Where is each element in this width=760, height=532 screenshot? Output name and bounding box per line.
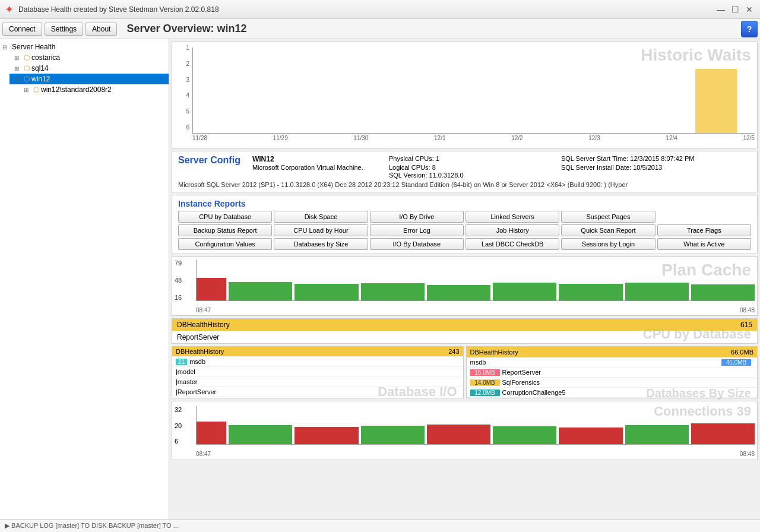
- report-btn-error-log[interactable]: Error Log: [370, 224, 464, 236]
- io-row-model: |model: [172, 367, 463, 377]
- dbsize-row-reportserver: 15.0MB ReportServer: [467, 368, 758, 378]
- status-bar: ▶ BACKUP LOG [master] TO DISK BACKUP [ma…: [0, 519, 760, 532]
- connections-section: Connections 39 6 20 32: [172, 401, 758, 460]
- historic-waits-section: Historic Waits 6 5 4 3 2 1: [172, 42, 758, 148]
- sidebar-label-win12: win12: [31, 75, 50, 83]
- report-btn-cpu-load-hour[interactable]: CPU Load by Hour: [274, 224, 368, 236]
- about-button[interactable]: About: [86, 23, 117, 36]
- sidebar-item-win12[interactable]: ⊟ ⬡ win12: [10, 74, 169, 84]
- sidebar-item-win12standard[interactable]: ⊞ ⬡ win12\standard2008r2: [10, 84, 169, 95]
- dbsize-row-msdb: msdb 45.0MB: [467, 357, 758, 368]
- report-btn-io-by-database[interactable]: I/O By Database: [370, 238, 464, 250]
- report-btn-job-history[interactable]: Job History: [466, 224, 559, 236]
- report-btn-trace-flags[interactable]: Trace Flags: [657, 224, 751, 236]
- sidebar-item-costarica[interactable]: ⊞ ⬡ costarica: [10, 52, 169, 63]
- conn-time-labels: 08:47 08:48: [196, 451, 755, 457]
- report-btn-what-is-active[interactable]: What is Active: [657, 238, 751, 250]
- x-label-1129: 11/29: [273, 135, 288, 141]
- db-health-history-value: 615: [740, 321, 752, 329]
- report-buttons-row1: CPU by Database Disk Space I/O By Drive …: [178, 211, 751, 223]
- chart-x-labels: 11/28 11/29 11/30 12/1 12/2 12/3 12/4 12…: [192, 135, 755, 141]
- server-icon-sql14: ⬡: [24, 64, 30, 72]
- conn-y-2: 20: [175, 422, 195, 429]
- io-master-label: |master: [176, 378, 197, 385]
- instance-reports-title: Instance Reports: [178, 199, 246, 208]
- server-icon-win12: ⬡: [24, 75, 30, 83]
- dbsize-sqlforensics-label: SqlForensics: [502, 379, 540, 386]
- dbsize-reportserver-label: ReportServer: [502, 369, 541, 376]
- physical-cpus: Physical CPUs: 1: [389, 155, 555, 163]
- plan-bar-green4: [427, 285, 490, 300]
- sidebar-label-standard: win12\standard2008r2: [41, 86, 112, 94]
- conn-bar-green4: [625, 425, 689, 444]
- maximize-button[interactable]: ☐: [729, 4, 741, 15]
- historic-waits-bar: [695, 69, 737, 133]
- tree-toggle-costarica: ⊞: [14, 55, 24, 61]
- report-server-label: ReportServer: [177, 333, 219, 341]
- conn-y-3: 32: [175, 406, 195, 413]
- help-button[interactable]: ?: [741, 21, 758, 37]
- tree-root-serverhealth[interactable]: ⊟ Server Health: [0, 42, 169, 52]
- x-label-121: 12/1: [434, 135, 445, 141]
- sidebar-item-sql14[interactable]: ⊞ ⬡ sql14: [10, 63, 169, 74]
- dbsize-dbhealth-label: DBHealthHistory: [470, 349, 518, 356]
- report-btn-quick-scan[interactable]: Quick Scan Report: [561, 224, 655, 236]
- plan-cache-section: Plan Cache 16 48 79: [172, 256, 758, 316]
- main-layout: ⊟ Server Health ⊞ ⬡ costarica ⊞ ⬡ sql14 …: [0, 39, 760, 532]
- tree-toggle-root: ⊟: [2, 44, 12, 50]
- status-bar-text: ▶ BACKUP LOG [master] TO DISK BACKUP [ma…: [5, 522, 179, 530]
- io-row-reportserver: |ReportServer Database I/O: [172, 387, 463, 397]
- db-health-history-label: DBHealthHistory: [177, 321, 230, 329]
- plan-bar-green3: [361, 283, 425, 300]
- dbsize-msdb-badge: 45.0MB: [721, 359, 751, 366]
- plan-bar-green5: [493, 283, 556, 300]
- report-btn-last-dbcc[interactable]: Last DBCC CheckDB: [466, 238, 559, 250]
- report-btn-suspect-pages[interactable]: Suspect Pages: [561, 211, 655, 223]
- sql-install-date: SQL Server Install Date: 10/5/2013: [561, 164, 751, 171]
- db-io-title: Database I/O: [378, 384, 457, 400]
- io-row-msdb: 21 msdb: [172, 357, 463, 367]
- full-version: Microsoft SQL Server 2012 (SP1) - 11.0.3…: [178, 181, 751, 188]
- title-bar-text: Database Health created by Steve Stedman…: [18, 5, 219, 14]
- io-msdb-badge: 21: [176, 359, 187, 365]
- report-btn-io-by-drive[interactable]: I/O By Drive: [370, 211, 464, 223]
- minimize-button[interactable]: —: [715, 4, 727, 15]
- server-config-title: Server Config: [178, 155, 240, 165]
- x-label-1128: 11/28: [192, 135, 207, 141]
- report-btn-config-values[interactable]: Configuration Values: [178, 238, 272, 250]
- app-icon: ✦: [5, 3, 14, 16]
- report-btn-linked-servers[interactable]: Linked Servers: [466, 211, 559, 223]
- dbs-by-size-title: Databases By Size: [646, 387, 751, 400]
- machine-name: WIN12: [252, 155, 383, 163]
- connect-button[interactable]: Connect: [2, 23, 42, 36]
- plan-bar-green8: [691, 284, 755, 300]
- report-btn-databases-by-size[interactable]: Databases by Size: [274, 238, 368, 250]
- plan-bar-green7: [625, 283, 689, 300]
- io-dbhealth-value: 243: [448, 348, 459, 355]
- dbsize-row-corruption: 12.0MB CorruptionChallenge5 Databases By…: [467, 388, 758, 398]
- report-btn-backup-status[interactable]: Backup Status Report: [178, 224, 272, 236]
- conn-bar-green1: [229, 425, 292, 444]
- content-area[interactable]: Historic Waits 6 5 4 3 2 1: [169, 39, 760, 532]
- sidebar: ⊟ Server Health ⊞ ⬡ costarica ⊞ ⬡ sql14 …: [0, 39, 169, 532]
- x-label-125: 12/5: [743, 135, 754, 141]
- plan-y-3: 79: [175, 259, 195, 267]
- sidebar-label-costarica: costarica: [31, 53, 60, 62]
- report-placeholder-1: [657, 211, 751, 223]
- report-btn-sessions-by-login[interactable]: Sessions by Login: [561, 238, 655, 250]
- toolbar: Connect Settings About Server Overview: …: [0, 19, 760, 39]
- virtual-machine: Microsoft Corporation Virtual Machine.: [252, 164, 383, 171]
- report-btn-disk-space[interactable]: Disk Space: [274, 211, 368, 223]
- close-button[interactable]: ✕: [743, 4, 755, 15]
- settings-button[interactable]: Settings: [45, 23, 83, 36]
- tree-children: ⊞ ⬡ costarica ⊞ ⬡ sql14 ⊟ ⬡ win12 ⊞ ⬡ wi…: [0, 52, 169, 95]
- plan-bar-green1: [229, 282, 292, 300]
- io-row-dbhealth: DBHealthHistory 243: [172, 347, 463, 357]
- conn-bar-red3: [427, 425, 490, 444]
- plan-bar-green2: [294, 284, 358, 300]
- x-label-124: 12/4: [666, 135, 677, 141]
- sidebar-item-serverhealth: Server Health: [12, 43, 55, 51]
- report-btn-cpu-by-database[interactable]: CPU by Database: [178, 211, 272, 223]
- conn-bar-red5: [691, 423, 755, 444]
- sidebar-label-sql14: sql14: [31, 64, 49, 72]
